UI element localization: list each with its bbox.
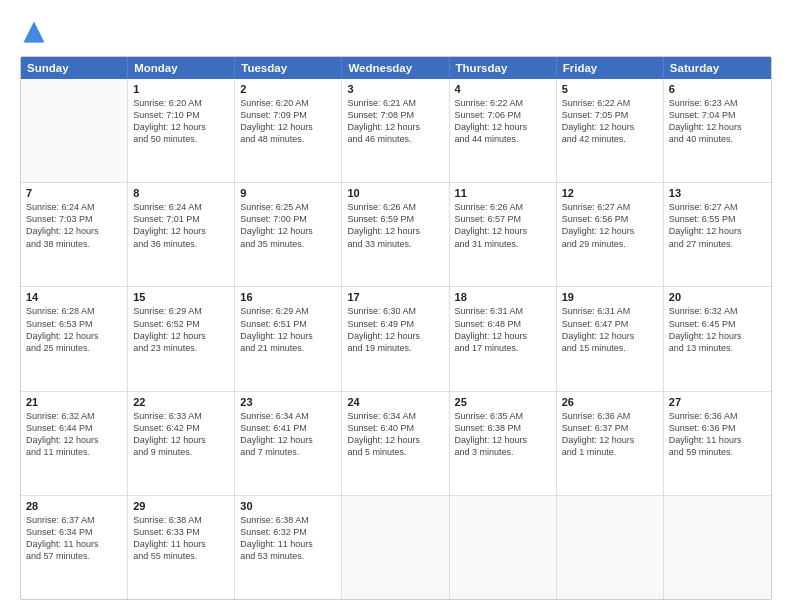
- calendar-cell: 20Sunrise: 6:32 AMSunset: 6:45 PMDayligh…: [664, 287, 771, 390]
- cell-info: Sunrise: 6:37 AMSunset: 6:34 PMDaylight:…: [26, 514, 122, 563]
- logo-icon: [20, 18, 48, 46]
- calendar-cell: 23Sunrise: 6:34 AMSunset: 6:41 PMDayligh…: [235, 392, 342, 495]
- calendar-cell: 14Sunrise: 6:28 AMSunset: 6:53 PMDayligh…: [21, 287, 128, 390]
- cell-info: Sunrise: 6:31 AMSunset: 6:48 PMDaylight:…: [455, 305, 551, 354]
- day-number: 12: [562, 187, 658, 199]
- day-number: 30: [240, 500, 336, 512]
- calendar-header-monday: Monday: [128, 57, 235, 79]
- cell-info: Sunrise: 6:38 AMSunset: 6:32 PMDaylight:…: [240, 514, 336, 563]
- calendar-week-2: 7Sunrise: 6:24 AMSunset: 7:03 PMDaylight…: [21, 183, 771, 287]
- cell-info: Sunrise: 6:20 AMSunset: 7:09 PMDaylight:…: [240, 97, 336, 146]
- day-number: 7: [26, 187, 122, 199]
- calendar-cell: 13Sunrise: 6:27 AMSunset: 6:55 PMDayligh…: [664, 183, 771, 286]
- day-number: 5: [562, 83, 658, 95]
- cell-info: Sunrise: 6:23 AMSunset: 7:04 PMDaylight:…: [669, 97, 766, 146]
- calendar-cell: 29Sunrise: 6:38 AMSunset: 6:33 PMDayligh…: [128, 496, 235, 599]
- logo: [20, 18, 52, 46]
- calendar-week-3: 14Sunrise: 6:28 AMSunset: 6:53 PMDayligh…: [21, 287, 771, 391]
- cell-info: Sunrise: 6:31 AMSunset: 6:47 PMDaylight:…: [562, 305, 658, 354]
- cell-info: Sunrise: 6:32 AMSunset: 6:44 PMDaylight:…: [26, 410, 122, 459]
- calendar-header-saturday: Saturday: [664, 57, 771, 79]
- calendar-cell: 25Sunrise: 6:35 AMSunset: 6:38 PMDayligh…: [450, 392, 557, 495]
- calendar-cell: 9Sunrise: 6:25 AMSunset: 7:00 PMDaylight…: [235, 183, 342, 286]
- calendar-cell: 21Sunrise: 6:32 AMSunset: 6:44 PMDayligh…: [21, 392, 128, 495]
- header: [20, 18, 772, 46]
- day-number: 2: [240, 83, 336, 95]
- day-number: 9: [240, 187, 336, 199]
- calendar-header-wednesday: Wednesday: [342, 57, 449, 79]
- cell-info: Sunrise: 6:24 AMSunset: 7:01 PMDaylight:…: [133, 201, 229, 250]
- calendar-cell: 16Sunrise: 6:29 AMSunset: 6:51 PMDayligh…: [235, 287, 342, 390]
- day-number: 24: [347, 396, 443, 408]
- cell-info: Sunrise: 6:26 AMSunset: 6:59 PMDaylight:…: [347, 201, 443, 250]
- cell-info: Sunrise: 6:29 AMSunset: 6:52 PMDaylight:…: [133, 305, 229, 354]
- calendar-cell: 2Sunrise: 6:20 AMSunset: 7:09 PMDaylight…: [235, 79, 342, 182]
- day-number: 28: [26, 500, 122, 512]
- calendar-week-1: 1Sunrise: 6:20 AMSunset: 7:10 PMDaylight…: [21, 79, 771, 183]
- day-number: 20: [669, 291, 766, 303]
- cell-info: Sunrise: 6:24 AMSunset: 7:03 PMDaylight:…: [26, 201, 122, 250]
- calendar-cell: 30Sunrise: 6:38 AMSunset: 6:32 PMDayligh…: [235, 496, 342, 599]
- day-number: 3: [347, 83, 443, 95]
- calendar-cell: 26Sunrise: 6:36 AMSunset: 6:37 PMDayligh…: [557, 392, 664, 495]
- cell-info: Sunrise: 6:22 AMSunset: 7:06 PMDaylight:…: [455, 97, 551, 146]
- calendar-cell: [557, 496, 664, 599]
- cell-info: Sunrise: 6:36 AMSunset: 6:36 PMDaylight:…: [669, 410, 766, 459]
- calendar-cell: 5Sunrise: 6:22 AMSunset: 7:05 PMDaylight…: [557, 79, 664, 182]
- cell-info: Sunrise: 6:35 AMSunset: 6:38 PMDaylight:…: [455, 410, 551, 459]
- calendar-week-5: 28Sunrise: 6:37 AMSunset: 6:34 PMDayligh…: [21, 496, 771, 599]
- day-number: 29: [133, 500, 229, 512]
- calendar-cell: [21, 79, 128, 182]
- calendar-header-tuesday: Tuesday: [235, 57, 342, 79]
- day-number: 23: [240, 396, 336, 408]
- page: SundayMondayTuesdayWednesdayThursdayFrid…: [0, 0, 792, 612]
- cell-info: Sunrise: 6:28 AMSunset: 6:53 PMDaylight:…: [26, 305, 122, 354]
- day-number: 4: [455, 83, 551, 95]
- calendar: SundayMondayTuesdayWednesdayThursdayFrid…: [20, 56, 772, 600]
- calendar-header-friday: Friday: [557, 57, 664, 79]
- day-number: 8: [133, 187, 229, 199]
- calendar-cell: 12Sunrise: 6:27 AMSunset: 6:56 PMDayligh…: [557, 183, 664, 286]
- calendar-cell: 7Sunrise: 6:24 AMSunset: 7:03 PMDaylight…: [21, 183, 128, 286]
- calendar-cell: 1Sunrise: 6:20 AMSunset: 7:10 PMDaylight…: [128, 79, 235, 182]
- cell-info: Sunrise: 6:27 AMSunset: 6:55 PMDaylight:…: [669, 201, 766, 250]
- calendar-week-4: 21Sunrise: 6:32 AMSunset: 6:44 PMDayligh…: [21, 392, 771, 496]
- calendar-cell: 24Sunrise: 6:34 AMSunset: 6:40 PMDayligh…: [342, 392, 449, 495]
- cell-info: Sunrise: 6:34 AMSunset: 6:40 PMDaylight:…: [347, 410, 443, 459]
- calendar-cell: 4Sunrise: 6:22 AMSunset: 7:06 PMDaylight…: [450, 79, 557, 182]
- calendar-cell: 22Sunrise: 6:33 AMSunset: 6:42 PMDayligh…: [128, 392, 235, 495]
- calendar-cell: 6Sunrise: 6:23 AMSunset: 7:04 PMDaylight…: [664, 79, 771, 182]
- cell-info: Sunrise: 6:30 AMSunset: 6:49 PMDaylight:…: [347, 305, 443, 354]
- day-number: 25: [455, 396, 551, 408]
- calendar-cell: 8Sunrise: 6:24 AMSunset: 7:01 PMDaylight…: [128, 183, 235, 286]
- day-number: 21: [26, 396, 122, 408]
- calendar-header-sunday: Sunday: [21, 57, 128, 79]
- calendar-header-thursday: Thursday: [450, 57, 557, 79]
- cell-info: Sunrise: 6:32 AMSunset: 6:45 PMDaylight:…: [669, 305, 766, 354]
- day-number: 19: [562, 291, 658, 303]
- day-number: 10: [347, 187, 443, 199]
- calendar-cell: [450, 496, 557, 599]
- day-number: 27: [669, 396, 766, 408]
- calendar-cell: [664, 496, 771, 599]
- day-number: 17: [347, 291, 443, 303]
- cell-info: Sunrise: 6:34 AMSunset: 6:41 PMDaylight:…: [240, 410, 336, 459]
- calendar-cell: 27Sunrise: 6:36 AMSunset: 6:36 PMDayligh…: [664, 392, 771, 495]
- day-number: 1: [133, 83, 229, 95]
- cell-info: Sunrise: 6:21 AMSunset: 7:08 PMDaylight:…: [347, 97, 443, 146]
- cell-info: Sunrise: 6:20 AMSunset: 7:10 PMDaylight:…: [133, 97, 229, 146]
- cell-info: Sunrise: 6:36 AMSunset: 6:37 PMDaylight:…: [562, 410, 658, 459]
- cell-info: Sunrise: 6:38 AMSunset: 6:33 PMDaylight:…: [133, 514, 229, 563]
- cell-info: Sunrise: 6:33 AMSunset: 6:42 PMDaylight:…: [133, 410, 229, 459]
- calendar-cell: 10Sunrise: 6:26 AMSunset: 6:59 PMDayligh…: [342, 183, 449, 286]
- calendar-cell: 28Sunrise: 6:37 AMSunset: 6:34 PMDayligh…: [21, 496, 128, 599]
- cell-info: Sunrise: 6:25 AMSunset: 7:00 PMDaylight:…: [240, 201, 336, 250]
- calendar-cell: 19Sunrise: 6:31 AMSunset: 6:47 PMDayligh…: [557, 287, 664, 390]
- calendar-body: 1Sunrise: 6:20 AMSunset: 7:10 PMDaylight…: [21, 79, 771, 599]
- day-number: 13: [669, 187, 766, 199]
- calendar-cell: 11Sunrise: 6:26 AMSunset: 6:57 PMDayligh…: [450, 183, 557, 286]
- cell-info: Sunrise: 6:27 AMSunset: 6:56 PMDaylight:…: [562, 201, 658, 250]
- cell-info: Sunrise: 6:26 AMSunset: 6:57 PMDaylight:…: [455, 201, 551, 250]
- day-number: 15: [133, 291, 229, 303]
- calendar-cell: [342, 496, 449, 599]
